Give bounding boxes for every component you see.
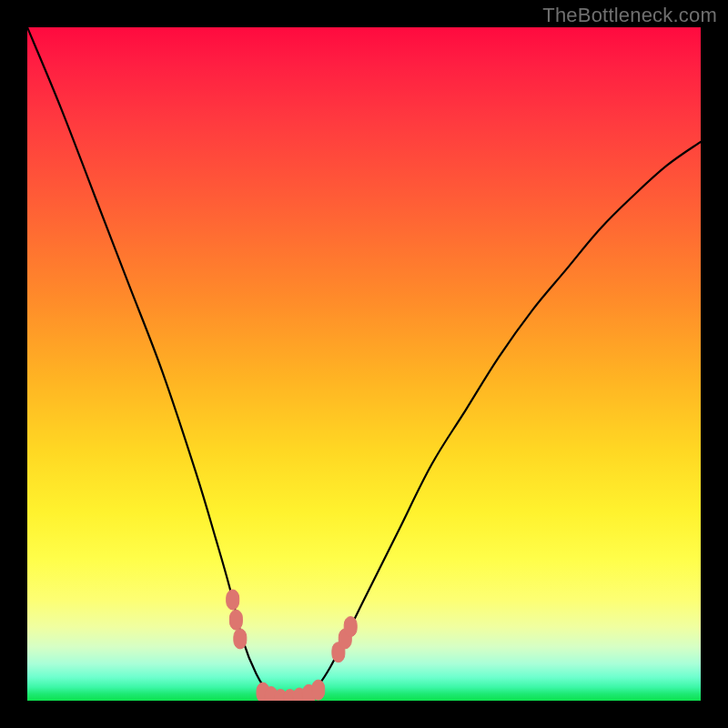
curve-marker [234,629,247,649]
watermark-text: TheBottleneck.com [542,4,717,27]
bottleneck-curve-line [27,27,701,701]
curve-marker [229,610,242,630]
plot-area [27,27,701,701]
curve-marker [344,617,357,637]
chart-stage: TheBottleneck.com [0,0,728,728]
curve-markers [227,590,358,701]
curve-marker [227,590,239,610]
bottleneck-curve-svg [27,27,701,701]
curve-marker [312,680,325,700]
